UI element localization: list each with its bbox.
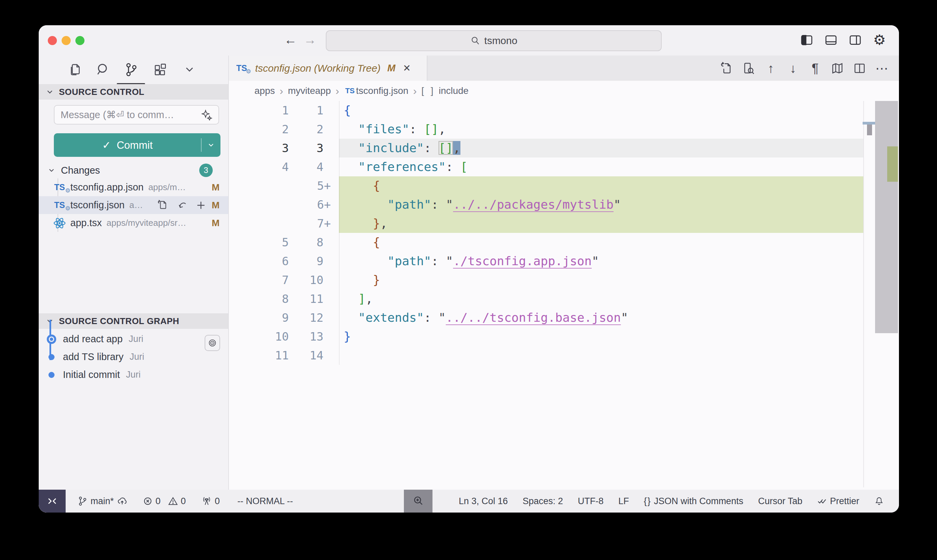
open-file-icon[interactable] [157,199,169,211]
extensions-view-icon[interactable] [152,62,168,78]
changes-group-header[interactable]: Changes 3 [39,163,229,177]
discard-changes-icon[interactable] [177,199,189,211]
new-line-number: 2 [289,120,332,138]
code-line[interactable]: 44 "references": [ [229,157,899,176]
new-line-number: 13 [289,327,332,346]
tab-tsconfig-working-tree[interactable]: TS⚙ tsconfig.json (Working Tree) M ✕ [229,55,428,81]
next-change-icon[interactable]: ↓ [786,61,800,75]
commit-message-input[interactable]: Message (⌘⏎ to comm… [54,105,219,125]
search-view-icon[interactable] [95,62,111,78]
forward-button[interactable]: → [302,33,318,47]
notifications-bell-icon[interactable] [874,496,884,506]
file-name: tsconfig.app.json [70,182,144,193]
code-line-text: }, [339,214,863,233]
old-line-number: 10 [229,327,289,346]
code-line[interactable]: 1114 [229,346,899,365]
code-line[interactable]: 7+ }, [229,214,899,233]
toggle-primary-sidebar-icon[interactable] [799,33,814,48]
code-line[interactable]: 1013} [229,327,899,346]
code-line-text: "path": "../../packages/mytslib" [339,195,863,214]
render-whitespace-icon[interactable]: ¶ [808,61,822,75]
old-line-number [229,176,289,195]
source-control-graph-header[interactable]: SOURCE CONTROL GRAPH [39,313,229,329]
new-line-number: 12 [289,308,332,327]
previous-change-icon[interactable]: ↑ [764,61,778,75]
code-line[interactable]: 811 ], [229,289,899,308]
code-line[interactable]: 33 "include": [], [229,138,899,157]
code-line[interactable]: 69 "path": "./tsconfig.app.json" [229,252,899,271]
code-line[interactable]: 11{ [229,101,899,120]
breadcrumb-item-tsconfig[interactable]: tsconfig.json [356,86,409,96]
breadcrumb-item-apps[interactable]: apps [254,86,275,96]
branch-status-item[interactable]: main* [77,495,128,507]
typescript-icon: TS [345,86,355,95]
indentation-item[interactable]: Spaces: 2 [523,496,563,506]
breadcrumb-item-myviteapp[interactable]: myviteapp [288,86,331,96]
vim-mode-indicator[interactable]: -- NORMAL -- [237,496,293,506]
stage-changes-icon[interactable] [195,199,207,211]
encoding-item[interactable]: UTF-8 [578,496,604,506]
overview-added-marker [887,146,898,182]
language-mode-item[interactable]: {}JSON with Comments [644,496,743,506]
file-search-icon[interactable] [742,61,755,75]
new-line-number: 7+ [289,214,332,233]
commit-message: add TS library [63,351,123,362]
toggle-secondary-sidebar-icon[interactable] [848,33,863,48]
sparkle-icon[interactable] [201,109,212,120]
commit-row[interactable]: Initial commit Juri [39,366,229,384]
split-editor-icon[interactable] [852,61,867,75]
code-line[interactable]: 5+ { [229,176,899,195]
ports-status-item[interactable]: 0 [201,496,220,506]
breadcrumb-item-include[interactable]: include [438,86,469,96]
code-line[interactable]: 22 "files": [], [229,120,899,138]
traffic-light-zoom[interactable] [75,36,85,45]
eol-item[interactable]: LF [618,496,629,506]
code-line[interactable]: 710 } [229,271,899,289]
scrollbar-thumb[interactable] [875,101,898,333]
branch-name: main* [91,496,114,506]
changed-file-row[interactable]: app.tsx apps/myviteapp/sr… M [39,214,229,232]
changed-file-row[interactable]: TS⚙ tsconfig.app.json apps/m… M [39,178,229,196]
source-control-graph-title: SOURCE CONTROL GRAPH [59,316,179,326]
cursor-position-item[interactable]: Ln 3, Col 16 [459,496,508,506]
open-changes-icon[interactable] [719,61,733,75]
new-line-number: 9 [289,252,332,271]
new-line-number: 11 [289,289,332,308]
back-button[interactable]: ← [282,33,298,47]
typescript-icon: TS⚙ [53,182,66,192]
diff-editor[interactable]: 11{22 "files": [],33 "include": [],44 "r… [229,101,899,490]
code-line[interactable]: 912 "extends": "../../tsconfig.base.json… [229,308,899,327]
cursor-tab-item[interactable]: Cursor Tab [758,496,802,506]
traffic-light-minimize[interactable] [62,36,71,45]
code-line-text: "files": [], [339,120,863,138]
source-control-view-icon[interactable] [123,62,139,78]
titlebar-search[interactable]: tsmono [326,30,662,51]
file-path: apps/myviteapp/sr… [107,218,186,228]
code-line-text: "references": [ [339,157,863,176]
double-check-icon [817,496,827,506]
remote-indicator[interactable] [39,490,66,512]
more-actions-icon[interactable]: ⋯ [875,61,889,75]
commit-row[interactable]: add react app Juri [39,330,229,348]
traffic-light-close[interactable] [48,36,57,45]
problems-status-item[interactable]: 0 0 [143,496,186,506]
commit-button[interactable]: ✓ Commit [54,133,220,157]
formatter-item[interactable]: Prettier [817,496,859,506]
commit-dot [48,354,54,360]
code-line-text: { [339,176,863,195]
settings-gear-icon[interactable]: ⚙ [872,33,887,48]
map-icon[interactable] [830,61,845,75]
code-line[interactable]: 58 { [229,233,899,252]
code-line[interactable]: 6+ "path": "../../packages/mytslib" [229,195,899,214]
additional-views-chevron-icon[interactable] [182,62,198,78]
close-icon[interactable]: ✕ [403,63,411,74]
commit-row[interactable]: add TS library Juri [39,348,229,366]
commit-dropdown-chevron[interactable] [202,141,220,149]
explorer-icon[interactable] [67,62,83,78]
code-line-text: { [339,233,863,252]
source-control-header[interactable]: SOURCE CONTROL [39,84,229,100]
changed-file-row-hovered[interactable]: TS⚙ tsconfig.json a… M [39,196,229,214]
old-line-number: 8 [229,289,289,308]
old-line-number [229,214,289,233]
toggle-panel-icon[interactable] [823,33,839,48]
